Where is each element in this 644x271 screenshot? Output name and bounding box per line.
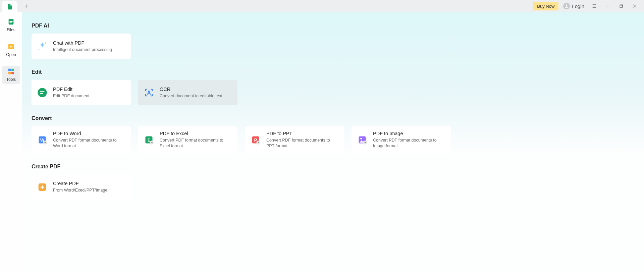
menu-icon	[592, 3, 597, 9]
ocr-icon: A	[144, 87, 154, 98]
ppt-icon: P	[250, 134, 261, 145]
titlebar-left	[2, 0, 32, 12]
sidebar-item-files[interactable]: Files	[2, 16, 20, 34]
close-icon	[632, 4, 637, 8]
titlebar-right: Buy Now Login	[533, 1, 642, 11]
open-icon	[7, 43, 15, 50]
svg-rect-13	[9, 22, 11, 23]
maximize-button[interactable]	[615, 1, 627, 11]
card-desc: Convert document to editable text	[160, 93, 222, 99]
card-pdf-to-word[interactable]: W PDF to Word Convert PDF format documen…	[32, 126, 131, 154]
cards-row-convert: W PDF to Word Convert PDF format documen…	[32, 126, 635, 154]
card-pdf-to-ppt[interactable]: P PDF to PPT Convert PDF format document…	[245, 126, 344, 154]
card-desc: Edit PDF document	[53, 93, 89, 99]
hamburger-menu-button[interactable]	[588, 1, 600, 11]
close-button[interactable]	[629, 1, 641, 11]
cards-row-create: Create PDF From Word/Execl/PPT/Image	[32, 174, 635, 200]
svg-rect-23	[40, 91, 45, 92]
card-desc: Convert PDF format documents to Image fo…	[373, 138, 445, 149]
card-pdf-to-excel[interactable]: E PDF to Excel Convert PDF format docume…	[138, 126, 237, 154]
card-title: OCR	[160, 87, 222, 92]
card-title: PDF to Image	[373, 131, 445, 136]
cards-row-edit: PDF Edit Edit PDF document A OCR Convert…	[32, 80, 635, 105]
login-label: Login	[572, 3, 584, 9]
sidebar: Files Open Tools	[0, 12, 22, 271]
plus-icon	[24, 4, 29, 8]
avatar-icon	[563, 3, 570, 9]
sidebar-item-tools[interactable]: Tools	[2, 66, 20, 84]
files-icon	[7, 18, 15, 25]
section-title-convert: Convert	[32, 115, 635, 121]
svg-point-36	[360, 138, 362, 140]
card-title: PDF to PPT	[266, 131, 339, 136]
tools-icon	[7, 68, 15, 75]
svg-point-20	[45, 42, 46, 44]
cards-row-pdf-ai: Chat with PDF Intelligent document proce…	[32, 34, 635, 59]
svg-rect-16	[8, 69, 11, 71]
svg-point-21	[39, 49, 40, 50]
minimize-button[interactable]	[602, 1, 614, 11]
card-title: PDF to Word	[53, 131, 125, 136]
card-title: Chat with PDF	[53, 40, 112, 46]
pdf-edit-icon	[37, 87, 48, 98]
new-tab-button[interactable]	[21, 1, 32, 11]
svg-rect-12	[9, 21, 12, 22]
svg-rect-24	[40, 93, 43, 94]
svg-rect-18	[8, 72, 11, 74]
svg-rect-17	[11, 69, 14, 71]
section-title-create: Create PDF	[32, 164, 635, 170]
card-pdf-edit[interactable]: PDF Edit Edit PDF document	[32, 80, 131, 105]
sidebar-item-open[interactable]: Open	[2, 41, 20, 59]
app-logo-icon	[6, 3, 13, 10]
card-title: Create PDF	[53, 181, 107, 186]
card-title: PDF Edit	[53, 87, 89, 92]
maximize-icon	[619, 4, 624, 8]
sidebar-item-label: Tools	[6, 77, 16, 82]
card-pdf-to-image[interactable]: PDF to Image Convert PDF format document…	[352, 126, 451, 154]
sidebar-item-label: Files	[7, 28, 15, 32]
card-desc: Convert PDF format documents to Word for…	[53, 138, 125, 149]
section-title-pdf-ai: PDF AI	[32, 23, 635, 29]
create-pdf-icon	[37, 182, 48, 193]
card-desc: From Word/Execl/PPT/Image	[53, 187, 107, 193]
section-title-edit: Edit	[32, 69, 635, 75]
buy-now-button[interactable]: Buy Now	[533, 2, 558, 10]
main-content: PDF AI Chat with PDF Intelligent documen…	[22, 12, 644, 271]
card-desc: Convert PDF format documents to Excel fo…	[160, 138, 232, 149]
card-ocr[interactable]: A OCR Convert document to editable text	[138, 80, 237, 105]
sparkle-icon	[37, 41, 48, 52]
card-chat-with-pdf[interactable]: Chat with PDF Intelligent document proce…	[32, 34, 131, 59]
excel-icon: E	[144, 134, 154, 145]
active-tab[interactable]	[2, 1, 17, 12]
titlebar: Buy Now Login	[0, 0, 644, 12]
image-icon	[357, 134, 368, 145]
card-title: PDF to Excel	[160, 131, 232, 136]
svg-rect-8	[620, 5, 622, 7]
svg-rect-19	[11, 72, 14, 74]
card-create-pdf[interactable]: Create PDF From Word/Execl/PPT/Image	[32, 174, 131, 200]
svg-point-22	[38, 88, 47, 97]
card-desc: Convert PDF format documents to PPT form…	[266, 138, 339, 149]
card-desc: Intelligent document processing	[53, 47, 112, 53]
sidebar-item-label: Open	[6, 52, 16, 57]
login-button[interactable]: Login	[563, 3, 584, 9]
svg-point-2	[566, 4, 568, 6]
minimize-icon	[605, 4, 610, 8]
word-icon: W	[37, 134, 48, 145]
svg-text:A: A	[147, 90, 151, 96]
